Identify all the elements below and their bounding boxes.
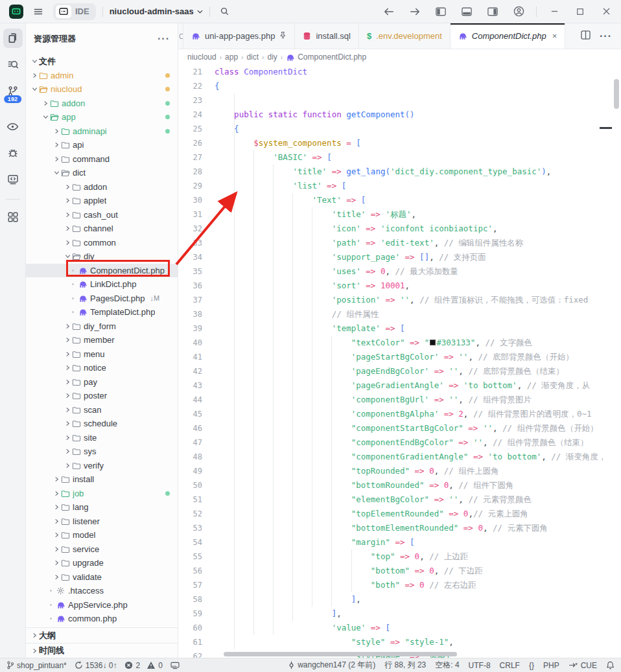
code-line[interactable]: 43 'pageGradientAngle' => 'to bottom', /…: [178, 378, 621, 393]
code-line[interactable]: 41 'pageStartBgColor' => '', // 底部背景颜色（开…: [178, 350, 621, 364]
indentation-setting[interactable]: 空格: 4: [435, 660, 459, 671]
code-editor[interactable]: 21class ComponentDict22{2324 public stat…: [178, 65, 621, 658]
code-line[interactable]: 37 'position' => '', // 组件置顶标识，不能拖拽，可选值：…: [178, 293, 621, 307]
tree-folder[interactable]: pay: [26, 375, 178, 389]
tree-folder[interactable]: job: [26, 487, 178, 501]
code-line[interactable]: 36 'sort' => 10001,: [178, 279, 621, 293]
tree-folder[interactable]: applet: [26, 194, 178, 208]
tab-env-development[interactable]: $ .env.development: [359, 23, 451, 49]
code-line[interactable]: 33 'path' => 'edit-text', // 编辑组件属性名称: [178, 236, 621, 250]
maximize-button[interactable]: [572, 3, 589, 20]
tree-file[interactable]: PagesDict.php↓M: [26, 292, 178, 306]
notifications-bell-icon[interactable]: [606, 661, 615, 669]
tree-folder[interactable]: cash_out: [26, 208, 178, 222]
code-line[interactable]: 32 'icon' => 'iconfont iconbiaotipc',: [178, 222, 621, 236]
code-line[interactable]: 42 'pageEndBgColor' => '', // 底部背景颜色（结束）: [178, 364, 621, 378]
tree-file[interactable]: ComponentDict.php: [26, 264, 178, 278]
search-files-icon[interactable]: [3, 55, 23, 75]
tree-folder[interactable]: addon: [26, 97, 178, 111]
toggle-bottom-panel-icon[interactable]: [458, 3, 475, 20]
pin-icon[interactable]: [279, 31, 287, 41]
search-icon[interactable]: [217, 3, 233, 20]
section-outline[interactable]: 大纲: [26, 628, 178, 643]
code-line[interactable]: 51 "elementBgColor" => '', // 元素背景颜色: [178, 492, 621, 507]
horizontal-scrollbar[interactable]: [224, 652, 457, 656]
tree-folder[interactable]: schedule: [26, 417, 178, 431]
toggle-left-panel-icon[interactable]: [432, 3, 449, 20]
breadcrumb-item[interactable]: dict: [246, 52, 259, 62]
tree-folder[interactable]: verify: [26, 459, 178, 473]
nav-back-icon[interactable]: [381, 3, 397, 20]
problems-item[interactable]: 2 0: [124, 661, 162, 670]
nav-forward-icon[interactable]: [406, 3, 423, 20]
code-line[interactable]: 38 // 组件属性: [178, 307, 621, 321]
account-icon[interactable]: [510, 3, 527, 20]
breadcrumb-item[interactable]: app: [225, 52, 238, 62]
code-line[interactable]: 27 'BASIC' => [: [178, 150, 621, 165]
code-line[interactable]: 50 "bottomRounded" => 0, // 组件下圆角: [178, 478, 621, 492]
source-control-icon[interactable]: 192: [3, 82, 23, 101]
code-line[interactable]: 61 "style" => "style-1",: [178, 635, 621, 649]
tree-folder[interactable]: model: [26, 528, 178, 542]
tab-install-sql[interactable]: install.sql: [295, 23, 358, 49]
code-line[interactable]: 46 "componentStartBgColor" => '', // 组件背…: [178, 421, 621, 435]
console-icon[interactable]: [3, 170, 23, 189]
tree-folder[interactable]: listener: [26, 515, 178, 529]
cue-item[interactable]: CUE: [568, 661, 597, 670]
explorer-icon[interactable]: [3, 29, 23, 48]
blame-item[interactable]: wangchen147 (2 年前): [288, 660, 375, 671]
preview-eye-icon[interactable]: [3, 117, 23, 136]
close-tab-icon[interactable]: ×: [552, 31, 557, 41]
sync-item[interactable]: 1536↓ 0↑: [75, 661, 117, 670]
menu-hamburger-icon[interactable]: [30, 3, 47, 20]
tree-folder[interactable]: addon: [26, 180, 178, 194]
code-line[interactable]: 22{: [178, 79, 621, 93]
ide-mode-switch[interactable]: IDE: [53, 3, 96, 20]
tree-folder[interactable]: diy: [26, 249, 178, 264]
tree-file[interactable]: LinkDict.php: [26, 277, 178, 292]
code-line[interactable]: 57 "both" => 0 // 左右边距: [178, 578, 621, 592]
minimize-button[interactable]: [546, 3, 563, 20]
breadcrumb[interactable]: niucloud› app› dict› diy› ComponentDict.…: [178, 49, 621, 65]
tree-folder[interactable]: diy_form: [26, 319, 178, 334]
remote-ports-icon[interactable]: [170, 662, 180, 669]
tree-folder[interactable]: admin: [26, 69, 178, 83]
code-line[interactable]: 23: [178, 93, 621, 108]
tree-folder[interactable]: channel: [26, 222, 178, 236]
code-line[interactable]: 49 "topRounded" => 0, // 组件上圆角: [178, 464, 621, 478]
tree-file[interactable]: TemplateDict.php: [26, 305, 178, 319]
code-line[interactable]: 52 "topElementRounded" => 0,// 元素上圆角: [178, 507, 621, 521]
tree-folder[interactable]: validate: [26, 570, 178, 585]
tree-folder[interactable]: api: [26, 138, 178, 152]
code-line[interactable]: 34 'support_page' => [], // 支持页面: [178, 250, 621, 264]
tree-folder[interactable]: notice: [26, 361, 178, 375]
more-actions-icon[interactable]: ···: [600, 30, 612, 42]
debug-bug-icon[interactable]: [3, 143, 23, 163]
code-line[interactable]: 24 public static function getComponent(): [178, 108, 621, 122]
code-line[interactable]: 59 ],: [178, 607, 621, 621]
toggle-right-panel-icon[interactable]: [484, 3, 501, 20]
tab-componentdict[interactable]: ComponentDict.php ×: [451, 23, 566, 49]
color-swatch[interactable]: [430, 340, 436, 345]
breadcrumb-item[interactable]: diy: [267, 52, 277, 62]
code-line[interactable]: 56 "bottom" => 0, // 下边距: [178, 564, 621, 578]
sidebar-more-icon[interactable]: ···: [158, 33, 170, 45]
tree-folder[interactable]: service: [26, 542, 178, 557]
code-line[interactable]: 48 "componentGradientAngle" => 'to botto…: [178, 450, 621, 464]
code-line[interactable]: 29 'list' => [: [178, 179, 621, 193]
tree-folder[interactable]: app: [26, 110, 178, 124]
language-mode[interactable]: PHP: [543, 661, 559, 670]
code-line[interactable]: 28 'title' => get_lang('dict_diy.compone…: [178, 165, 621, 179]
tree-file[interactable]: AppService.php: [26, 598, 178, 612]
tree-folder[interactable]: member: [26, 333, 178, 347]
code-line[interactable]: 45 'componentBgAlpha' => 2, // 组件背景图片的透明…: [178, 407, 621, 421]
encoding-setting[interactable]: UTF-8: [469, 661, 491, 670]
brackets-setting[interactable]: {}: [529, 661, 534, 670]
code-line[interactable]: 54 "margin" => [: [178, 535, 621, 550]
tree-file[interactable]: common.php: [26, 612, 178, 626]
code-line[interactable]: 60 'value' => [: [178, 621, 621, 635]
code-line[interactable]: 35 'uses' => 0, // 最大添加数量: [178, 264, 621, 279]
tree-folder[interactable]: command: [26, 152, 178, 167]
project-switcher[interactable]: niucloud-admin-saas: [110, 6, 203, 16]
code-line[interactable]: 30 'Text' => [: [178, 193, 621, 207]
